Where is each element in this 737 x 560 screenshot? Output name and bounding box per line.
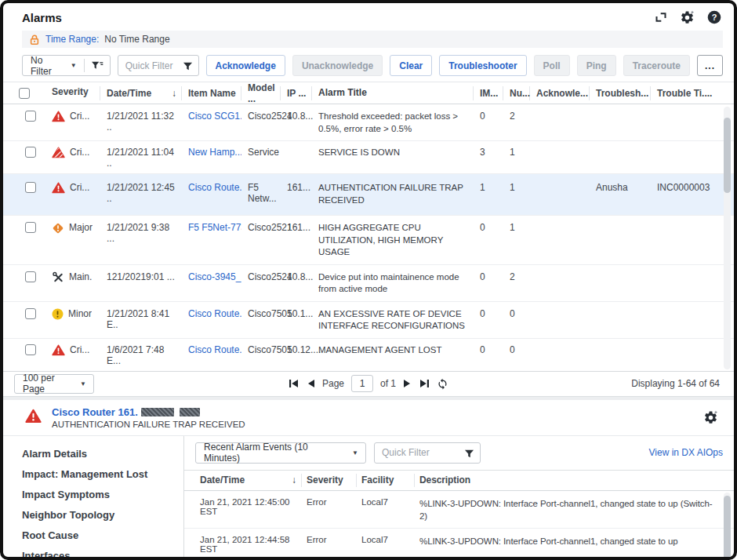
row-checkbox[interactable] — [25, 308, 36, 319]
troubleshooter-cell — [590, 141, 651, 151]
last-page-icon[interactable] — [419, 379, 430, 388]
acknowledged-cell — [530, 141, 590, 151]
column-header-model[interactable]: Model ... — [241, 86, 281, 100]
log-table-scrollbar[interactable] — [724, 493, 731, 560]
major-severity-icon — [52, 222, 64, 237]
page-of-label: of 1 — [380, 378, 396, 389]
row-checkbox[interactable] — [25, 271, 36, 282]
per-page-select[interactable]: 100 per Page ▼ — [14, 374, 94, 394]
row-checkbox[interactable] — [25, 147, 36, 158]
troubleshooter-cell — [590, 265, 651, 277]
scrollbar-thumb[interactable] — [724, 496, 731, 560]
column-header-item-name[interactable]: Item Name — [182, 86, 241, 100]
column-header-ip[interactable]: IP ... — [281, 86, 312, 100]
item-name-link[interactable]: F5 F5Net-773 — [182, 216, 241, 238]
help-icon[interactable]: ? — [707, 10, 721, 24]
model-class: Cisco7505 — [241, 339, 281, 360]
alarm-table-scrollbar[interactable] — [724, 107, 731, 369]
table-row[interactable]: Main. 121/20219:01 ... Cisco-3945_... Ci… — [3, 265, 734, 302]
severity-label: Cri... — [70, 147, 89, 158]
column-header-datetime[interactable]: Date/Time↓ — [100, 86, 182, 100]
chevron-down-icon: ▼ — [80, 380, 93, 387]
column-header-im[interactable]: IM... — [474, 86, 503, 100]
alarm-datetime: 1/6/2021 7:48 E... — [100, 339, 182, 371]
column-header-nu[interactable]: Nu... — [503, 86, 530, 100]
nav-item-alarm-details[interactable]: Alarm Details — [3, 444, 183, 464]
redacted-text — [180, 408, 200, 416]
alarm-datetime: 121/20219:01 ... — [100, 265, 182, 288]
table-row-selected[interactable]: Cri... 1/21/2021 12:45 .. Cisco Route...… — [3, 174, 734, 216]
log-column-header-datetime[interactable]: Date/Time↓ — [195, 474, 302, 487]
ip-address: 10.8... — [281, 104, 312, 127]
event-range-select[interactable]: Recent Alarm Events (10 Minutes) ▼ — [195, 442, 366, 464]
table-row[interactable]: Major 1/21/2021 9:38 ... F5 F5Net-773 Ci… — [3, 216, 734, 265]
alarm-datetime: 1/21/2021 11:32 .. — [100, 104, 182, 138]
filter-toolbar: No Filter ▼ Acknowledge Unacknowledge Cl… — [3, 48, 734, 82]
filter-select[interactable]: No Filter ▼ — [22, 55, 111, 76]
table-row[interactable]: Minor 1/21/2021 8:41 E.. Cisco Route... … — [3, 302, 734, 339]
select-all-checkbox[interactable] — [19, 88, 30, 99]
troubleshooter-button[interactable]: Troubleshooter — [439, 55, 526, 76]
ping-button: Ping — [577, 55, 616, 76]
log-row[interactable]: Jan 21, 2021 12:45:00 EST Error Local7 %… — [184, 491, 734, 529]
refresh-icon[interactable] — [437, 378, 448, 390]
row-checkbox[interactable] — [25, 344, 36, 355]
model-class: F5 Netw... — [241, 176, 281, 209]
item-name-link[interactable]: Cisco Route... — [182, 176, 241, 198]
row-checkbox[interactable] — [25, 111, 36, 122]
alarm-datetime: 1/21/2021 9:38 ... — [100, 216, 182, 249]
critical-severity-icon — [52, 344, 65, 358]
minor-severity-icon — [52, 308, 64, 322]
severity-label: Cri... — [70, 344, 89, 355]
gear-icon[interactable] — [680, 10, 695, 25]
detail-item-link[interactable]: Cisco Router 161. — [52, 406, 138, 418]
troubleshooter-cell — [590, 302, 651, 314]
poll-button: Poll — [534, 55, 570, 76]
log-column-header-facility[interactable]: Facility — [357, 474, 415, 487]
time-range-value: No Time Range — [104, 34, 169, 45]
table-row[interactable]: Cri... 1/6/2021 7:48 E... Cisco Route...… — [3, 339, 734, 371]
acknowledge-button[interactable]: Acknowledge — [206, 55, 285, 76]
page-label: Page — [322, 378, 344, 389]
first-page-icon[interactable] — [289, 379, 300, 388]
next-page-icon[interactable] — [403, 379, 412, 388]
table-row[interactable]: Cri... 1/21/2021 11:04 .. New Hamp... Se… — [3, 141, 734, 174]
item-name-link[interactable]: Cisco Route... — [182, 339, 241, 360]
time-range-label[interactable]: Time Range: — [45, 34, 99, 45]
table-row[interactable]: Cri... 1/21/2021 11:32 .. Cisco SCG1... … — [3, 104, 734, 141]
nav-item-root-cause[interactable]: Root Cause — [3, 525, 183, 546]
previous-page-icon[interactable] — [307, 379, 315, 388]
log-column-header-severity[interactable]: Severity — [302, 474, 357, 487]
clear-button[interactable]: Clear — [390, 55, 432, 76]
column-header-troubleshooter[interactable]: Troublesh... — [590, 86, 651, 100]
item-name-link[interactable]: Cisco Route... — [182, 302, 241, 325]
row-checkbox[interactable] — [25, 182, 36, 193]
column-header-trouble-ticket[interactable]: Trouble Ti.... — [651, 86, 713, 100]
nav-item-interfaces[interactable]: Interfaces — [3, 546, 183, 560]
nav-item-impact-symptoms[interactable]: Impact Symptoms — [3, 485, 183, 505]
view-in-dx-aiops-link[interactable]: View in DX AIOps — [649, 447, 724, 458]
trouble-ticket-cell — [651, 265, 713, 277]
page-number-input[interactable] — [351, 375, 373, 392]
item-name-link[interactable]: Cisco SCG1... — [182, 104, 241, 127]
log-quick-filter — [374, 442, 481, 464]
log-column-header-description[interactable]: Description — [415, 474, 734, 487]
popout-icon[interactable] — [655, 11, 667, 24]
nav-item-impact-management-lost[interactable]: Impact: Management Lost — [3, 464, 183, 485]
column-header-alarm-title[interactable]: Alarm Title — [312, 86, 474, 100]
log-description: %LINK-3-UPDOWN: Interface Port-channel1,… — [415, 529, 734, 553]
item-name-link[interactable]: Cisco-3945_... — [182, 265, 241, 288]
more-actions-button[interactable]: ... — [697, 55, 723, 76]
model-class: Cisco2521 — [241, 216, 281, 238]
scrollbar-thumb[interactable] — [724, 118, 731, 193]
filter-settings-icon[interactable] — [85, 60, 110, 71]
column-header-acknowledged[interactable]: Acknowle... — [530, 86, 590, 100]
impact-count: 0 — [474, 302, 503, 325]
row-checkbox[interactable] — [25, 222, 36, 233]
chevron-down-icon: ▼ — [352, 449, 365, 456]
log-row[interactable]: Jan 21, 2021 12:44:58 EST Error Local7 %… — [184, 529, 734, 560]
item-name-link[interactable]: New Hamp... — [182, 141, 241, 162]
column-header-severity[interactable]: Severity — [45, 86, 100, 100]
gear-icon[interactable] — [703, 410, 718, 425]
nav-item-neighbor-topology[interactable]: Neighbor Topology — [3, 505, 183, 525]
